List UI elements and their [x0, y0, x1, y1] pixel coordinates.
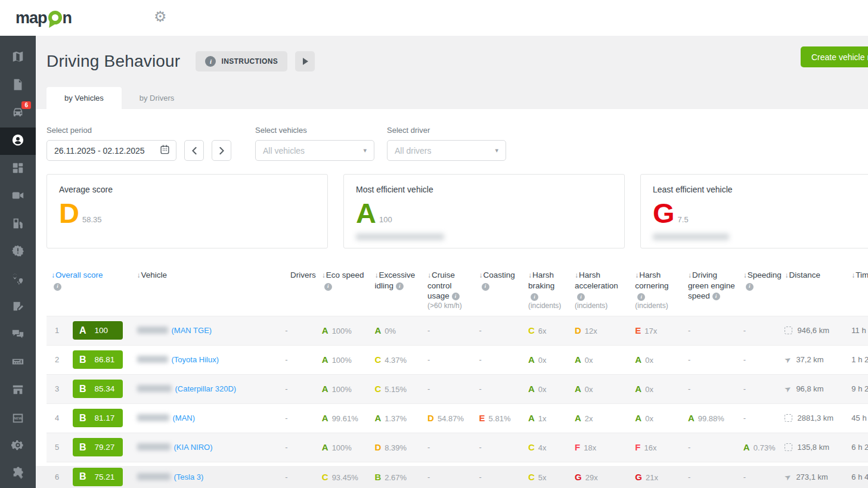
- sidebar-item-tasks[interactable]: [0, 294, 36, 322]
- tasks-icon: [11, 300, 24, 315]
- idling-cell: A0%: [370, 316, 423, 345]
- score-badge[interactable]: B79.27: [73, 438, 123, 456]
- chat-icon: [11, 328, 24, 343]
- score-badge[interactable]: B81.17: [73, 409, 123, 427]
- sort-arrow-icon: ↓: [137, 271, 141, 279]
- info-icon[interactable]: i: [637, 293, 645, 301]
- sidebar-item-chat[interactable]: [0, 322, 36, 350]
- vehicle-link[interactable]: (MAN TGE): [172, 326, 212, 335]
- tab-by-vehicles[interactable]: by Vehicles: [46, 87, 122, 109]
- column-header-driving-green-engine-speed[interactable]: ↓Driving green engine speed i: [683, 264, 739, 316]
- info-icon[interactable]: i: [324, 283, 332, 291]
- sort-arrow-icon: ↓: [635, 271, 638, 279]
- column-header-harsh-cornering[interactable]: ↓Harsh corneringi(incidents): [630, 264, 683, 316]
- settings-gear-icon[interactable]: ⚙: [154, 8, 167, 25]
- previous-period-button[interactable]: [184, 140, 204, 161]
- info-icon[interactable]: i: [712, 293, 720, 300]
- info-icon[interactable]: i: [746, 283, 754, 291]
- sidebar-item-calendar-new[interactable]: NEW: [0, 405, 36, 433]
- card-grade: G: [653, 201, 675, 225]
- speeding-cell: -: [739, 403, 780, 433]
- vehicle-link[interactable]: (KIA NIRO): [174, 443, 213, 452]
- column-header-excessive-idling[interactable]: ↓Excessive idling i: [370, 264, 423, 316]
- vehicle-link[interactable]: (Toyota Hilux): [172, 355, 219, 364]
- info-icon[interactable]: i: [54, 283, 61, 291]
- vehicle-link[interactable]: (MAN): [173, 414, 196, 422]
- column-header-eco-speed[interactable]: ↓Eco speedi: [317, 264, 370, 316]
- period-input[interactable]: 26.11.2025 - 02.12.2025: [46, 140, 176, 161]
- sidebar-item-account[interactable]: [0, 128, 36, 156]
- sidebar-item-map[interactable]: [0, 44, 36, 72]
- addons-icon: [11, 467, 24, 482]
- column-header-time[interactable]: ↓Time: [847, 264, 868, 316]
- score-badge[interactable]: B75.21: [73, 468, 123, 486]
- green-speed-cell: -: [683, 345, 739, 374]
- tabs: by Vehicles by Drivers: [36, 87, 868, 109]
- svg-text:NEW: NEW: [14, 416, 22, 420]
- score-badge[interactable]: B86.81: [73, 350, 123, 369]
- time-cell: 45 h 32 m: [847, 403, 868, 433]
- calendar-new-icon: NEW: [11, 411, 24, 427]
- distance-cell: ➤273,1 km: [780, 462, 847, 488]
- vehicle-link[interactable]: (Tesla 3): [174, 473, 204, 481]
- column-header-coasting[interactable]: ↓Coastingi: [475, 264, 523, 316]
- tab-by-drivers[interactable]: by Drivers: [122, 87, 193, 109]
- vehicles-select[interactable]: All vehicles ▾: [255, 140, 374, 161]
- info-icon[interactable]: i: [531, 293, 538, 301]
- sidebar-item-marketplace[interactable]: [0, 377, 36, 405]
- table-row: 4B81.17(MAN)-A99.61%A1.37%D54.87%E5.81%A…: [46, 403, 868, 433]
- score-badge[interactable]: A100: [73, 321, 123, 340]
- info-icon[interactable]: i: [452, 293, 460, 300]
- column-header-harsh-braking[interactable]: ↓Harsh brakingi(incidents): [523, 264, 570, 316]
- cruise-cell: -: [423, 433, 475, 462]
- sidebar-item-addons[interactable]: [0, 460, 36, 488]
- card-grade: A: [356, 201, 376, 225]
- instructions-button[interactable]: i INSTRUCTIONS: [196, 51, 287, 72]
- sidebar-item-alert-seal[interactable]: [0, 238, 36, 266]
- vehicle-link[interactable]: (Caterpillar 320D): [175, 384, 237, 393]
- gps-arrow-icon: ➤: [783, 384, 793, 395]
- row-number: 4: [46, 403, 68, 433]
- acceleration-cell: D12x: [570, 316, 630, 345]
- column-header-cruise-control-usage[interactable]: ↓Cruise control usage i(>60 km/h): [423, 264, 475, 316]
- cruise-cell: -: [423, 316, 475, 345]
- sidebar-item-camera[interactable]: [0, 183, 36, 211]
- sidebar-item-document[interactable]: [0, 72, 36, 100]
- driver-select[interactable]: All drivers ▾: [387, 140, 506, 161]
- column-header-speeding[interactable]: ↓Speedingi: [739, 264, 780, 316]
- sidebar-item-fleet[interactable]: 6: [0, 100, 36, 128]
- speeding-cell: -: [739, 462, 780, 488]
- sort-arrow-icon: ↓: [851, 271, 855, 279]
- column-header-harsh-acceleration[interactable]: ↓Harsh accelerationi(incidents): [570, 264, 630, 316]
- sidebar-item-route[interactable]: [0, 266, 36, 294]
- speeding-cell: -: [739, 345, 780, 374]
- sidebar-item-terminal[interactable]: [0, 349, 36, 377]
- create-vehicle-report-button[interactable]: Create vehicle report: [801, 46, 868, 67]
- green-speed-cell: A99.88%: [683, 403, 739, 433]
- page-title: Driving Behaviour: [46, 52, 180, 71]
- info-icon[interactable]: i: [396, 282, 404, 290]
- top-bar: mapn ⚙: [0, 0, 868, 36]
- sidebar-item-settings[interactable]: [0, 433, 36, 461]
- column-header-vehicle[interactable]: ↓Vehicle: [132, 264, 277, 316]
- braking-cell: C4x: [523, 433, 570, 462]
- column-header-overall-score[interactable]: ↓Overall scorei: [46, 264, 132, 316]
- dashboard-icon: [11, 161, 24, 177]
- table-row: 5B79.27(KIA NIRO)-A100%D8.39%--C4xF18xF1…: [46, 433, 868, 462]
- card-grade: D: [59, 201, 79, 225]
- document-icon: [11, 78, 24, 94]
- info-icon[interactable]: i: [577, 293, 585, 301]
- score-badge[interactable]: B85.34: [73, 380, 123, 398]
- column-header-distance[interactable]: ↓Distance: [780, 264, 847, 316]
- cornering-cell: A0x: [630, 403, 683, 433]
- sidebar-item-fuel[interactable]: [0, 210, 36, 238]
- play-video-button[interactable]: [295, 51, 315, 72]
- sidebar-item-dashboard[interactable]: [0, 155, 36, 183]
- calendar-icon[interactable]: [160, 144, 170, 157]
- green-speed-cell: -: [683, 316, 739, 345]
- mapon-logo[interactable]: mapn: [16, 9, 72, 27]
- fuel-icon: [11, 217, 24, 232]
- gps-arrow-icon: ➤: [783, 355, 793, 366]
- next-period-button[interactable]: [212, 140, 231, 161]
- info-icon[interactable]: i: [482, 283, 489, 291]
